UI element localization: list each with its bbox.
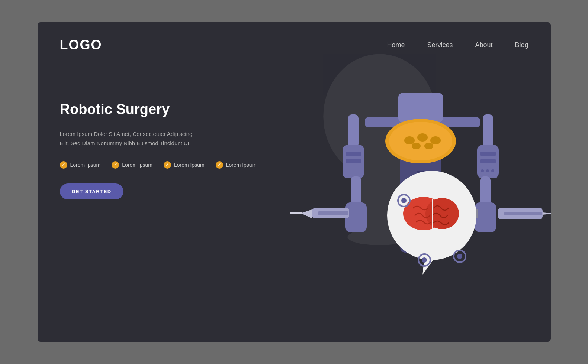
svg-point-51	[457, 254, 462, 259]
svg-point-49	[422, 257, 427, 263]
cta-button[interactable]: GET STARTED	[60, 183, 123, 199]
nav: Home Services About Blog	[387, 41, 528, 49]
left-content: Robotic Surgery Lorem Ipsum Dolor Sit Am…	[60, 79, 268, 199]
svg-marker-39	[301, 209, 312, 218]
svg-point-44	[425, 198, 459, 229]
check-label-1: Lorem Ipsum	[70, 162, 101, 168]
nav-blog[interactable]: Blog	[515, 41, 528, 49]
svg-marker-32	[543, 212, 551, 215]
check-icon-4	[216, 161, 223, 169]
check-icon-2	[112, 161, 119, 169]
check-item-2: Lorem Ipsum	[112, 161, 152, 169]
nav-about[interactable]: About	[475, 41, 492, 49]
nav-home[interactable]: Home	[387, 41, 405, 49]
svg-rect-31	[504, 212, 542, 215]
nav-services[interactable]: Services	[427, 41, 453, 49]
check-item-1: Lorem Ipsum	[60, 161, 101, 169]
svg-rect-40	[290, 212, 302, 214]
check-icon-1	[60, 161, 67, 169]
check-label-2: Lorem Ipsum	[122, 162, 152, 168]
header: LOGO Home Services About Blog	[38, 22, 551, 64]
check-label-3: Lorem Ipsum	[174, 162, 205, 168]
check-icon-3	[164, 161, 171, 169]
check-item-3: Lorem Ipsum	[164, 161, 205, 169]
main-content: Robotic Surgery Lorem Ipsum Dolor Sit Am…	[38, 64, 551, 199]
check-label-4: Lorem Ipsum	[226, 162, 257, 168]
svg-rect-38	[318, 211, 348, 215]
checklist: Lorem Ipsum Lorem Ipsum Lorem Ipsum Lore…	[60, 161, 268, 169]
hero-description: Lorem Ipsum Dolor Sit Amet, Consectetuer…	[60, 129, 268, 148]
check-item-4: Lorem Ipsum	[216, 161, 257, 169]
hero-title: Robotic Surgery	[60, 101, 268, 118]
page-container: LOGO Home Services About Blog Robotic Su…	[38, 22, 551, 342]
logo: LOGO	[60, 37, 102, 53]
